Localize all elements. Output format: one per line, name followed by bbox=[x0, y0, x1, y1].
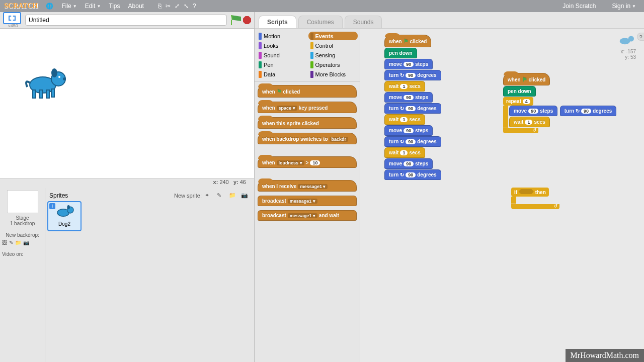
tips-menu[interactable]: Tips bbox=[109, 3, 120, 10]
block-palette: Motion Events Looks Control Sound Sensin… bbox=[255, 29, 360, 362]
sprite-info-icon[interactable]: i bbox=[49, 203, 55, 209]
palette-broadcast[interactable]: broadcast message1 ▾ bbox=[258, 196, 357, 206]
fullscreen-button[interactable] bbox=[3, 12, 21, 24]
svg-point-11 bbox=[67, 205, 69, 209]
editor-tabs: Scripts Costumes Sounds bbox=[255, 12, 644, 28]
cat-control[interactable]: Control bbox=[308, 41, 358, 50]
watermark: MrHowardMath.com bbox=[566, 349, 644, 362]
svg-point-3 bbox=[63, 77, 66, 80]
palette-broadcast-wait[interactable]: broadcast message1 ▾ and wait bbox=[258, 210, 357, 221]
script-stack-3[interactable]: if then bbox=[511, 188, 559, 209]
block-turn[interactable]: turn ↻ 90 degrees bbox=[384, 103, 441, 114]
join-link[interactable]: Join Scratch bbox=[562, 3, 596, 10]
script-stack-1[interactable]: when ⚑ clicked pen down move 90 steps tu… bbox=[384, 35, 441, 180]
version-label: v450 bbox=[8, 23, 18, 28]
block-if-foot[interactable] bbox=[511, 204, 559, 209]
block-repeat[interactable]: repeat 4 bbox=[503, 97, 533, 106]
sprite-tile-dog2[interactable]: i Dog2 bbox=[47, 201, 82, 231]
cat-events[interactable]: Events bbox=[308, 32, 358, 40]
palette-when-key-pressed[interactable]: when space ▾ key pressed bbox=[258, 102, 357, 113]
tab-scripts[interactable]: Scripts bbox=[259, 16, 296, 28]
script-stack-2[interactable]: when ⚑ clicked pen down repeat 4 move 90… bbox=[503, 73, 644, 133]
svg-rect-8 bbox=[51, 89, 54, 97]
cat-sensing[interactable]: Sensing bbox=[308, 51, 358, 59]
backdrop-upload-icon[interactable]: 📁 bbox=[15, 240, 21, 245]
stage-coords: x: 240 y: 46 bbox=[0, 179, 254, 188]
cat-looks[interactable]: Looks bbox=[257, 41, 306, 50]
signin-link[interactable]: Sign in▼ bbox=[612, 3, 636, 10]
stage[interactable] bbox=[0, 28, 254, 179]
block-wait[interactable]: wait 1 secs bbox=[384, 114, 425, 125]
new-backdrop-label: New backdrop: bbox=[2, 232, 43, 238]
block-move[interactable]: move 90 steps bbox=[384, 59, 433, 69]
script-canvas[interactable]: ? x: -157 y: 53 when ⚑ clicked pen down … bbox=[360, 29, 644, 362]
stage-panel: v450 x: 240 y: 4 bbox=[0, 12, 255, 362]
grow-icon[interactable]: ⤢ bbox=[175, 3, 180, 10]
svg-point-4 bbox=[58, 76, 60, 78]
sprite-dog2-onstage[interactable] bbox=[20, 64, 70, 102]
svg-point-13 bbox=[628, 36, 634, 41]
backdrop-paint-icon[interactable]: ✎ bbox=[9, 240, 13, 245]
sprite-info-corner: x: -157 y: 53 bbox=[616, 33, 636, 60]
block-wait[interactable]: wait 1 secs bbox=[384, 147, 425, 158]
palette-when-flag-clicked[interactable]: when ⚑ clicked bbox=[258, 85, 357, 98]
stage-thumbnail[interactable] bbox=[7, 190, 38, 213]
sprite-paint-icon[interactable]: ✎ bbox=[217, 192, 226, 199]
help-drawer-tab[interactable]: ? bbox=[637, 33, 644, 41]
block-pen-down[interactable]: pen down bbox=[503, 86, 536, 97]
stage-thumb-col: Stage 1 backdrop New backdrop: 🖼 ✎ 📁 📷 V… bbox=[0, 188, 45, 362]
backdrop-library-icon[interactable]: 🖼 bbox=[2, 240, 7, 245]
sprite-tile-label: Dog2 bbox=[48, 221, 80, 227]
delete-icon[interactable]: ✂ bbox=[166, 3, 171, 10]
shrink-icon[interactable]: ⤡ bbox=[184, 3, 189, 10]
palette-when-sprite-clicked[interactable]: when this sprite clicked bbox=[258, 117, 357, 129]
green-flag-button[interactable] bbox=[231, 15, 241, 25]
tab-sounds[interactable]: Sounds bbox=[345, 16, 382, 28]
sprite-camera-icon[interactable]: 📷 bbox=[241, 192, 250, 199]
block-move[interactable]: move 90 steps bbox=[384, 92, 433, 103]
cat-data[interactable]: Data bbox=[257, 70, 306, 78]
cat-pen[interactable]: Pen bbox=[257, 60, 306, 69]
svg-point-2 bbox=[51, 68, 57, 77]
stop-button[interactable] bbox=[243, 16, 251, 24]
block-when-flag[interactable]: when ⚑ clicked bbox=[503, 73, 550, 85]
block-repeat-foot[interactable] bbox=[503, 128, 538, 133]
block-turn[interactable]: turn ↻ 90 degrees bbox=[384, 169, 441, 180]
block-turn[interactable]: turn ↻ 90 degrees bbox=[384, 70, 441, 80]
block-wait[interactable]: wait 1 secs bbox=[384, 81, 425, 92]
about-menu[interactable]: About bbox=[128, 3, 144, 10]
sprite-library-icon[interactable]: ✦ bbox=[205, 192, 214, 199]
cat-operators[interactable]: Operators bbox=[308, 60, 358, 69]
svg-rect-6 bbox=[39, 90, 42, 98]
block-if-then[interactable]: if then bbox=[511, 188, 549, 197]
block-wait[interactable]: wait 1 secs bbox=[509, 117, 550, 127]
palette-when-backdrop-switches[interactable]: when backdrop switches to backdr bbox=[258, 133, 357, 144]
scratch-logo[interactable]: SCRATCH bbox=[4, 2, 38, 10]
duplicate-icon[interactable]: ⎘ bbox=[158, 3, 162, 10]
video-on-label: Video on: bbox=[2, 251, 43, 257]
project-title-input[interactable] bbox=[25, 15, 227, 26]
palette-when-loudness[interactable]: when loudness ▾ > 10 bbox=[258, 156, 357, 168]
svg-rect-5 bbox=[33, 90, 36, 98]
globe-icon[interactable]: 🌐 bbox=[46, 3, 53, 10]
cat-more[interactable]: More Blocks bbox=[308, 70, 358, 78]
block-move[interactable]: move 90 steps bbox=[384, 158, 433, 169]
block-move[interactable]: move 90 steps bbox=[509, 106, 557, 116]
help-icon[interactable]: ? bbox=[193, 3, 196, 10]
sprites-header: Sprites bbox=[49, 192, 68, 199]
backdrop-camera-icon[interactable]: 📷 bbox=[23, 240, 29, 245]
tab-costumes[interactable]: Costumes bbox=[298, 16, 343, 28]
block-turn[interactable]: turn ↻ 90 degrees bbox=[560, 106, 617, 116]
block-categories: Motion Events Looks Control Sound Sensin… bbox=[255, 29, 360, 81]
cat-motion[interactable]: Motion bbox=[257, 32, 306, 40]
file-menu[interactable]: File▼ bbox=[61, 3, 76, 10]
stage-label: Stage bbox=[2, 215, 43, 221]
block-when-flag[interactable]: when ⚑ clicked bbox=[384, 35, 431, 47]
block-turn[interactable]: turn ↻ 90 degrees bbox=[384, 136, 441, 147]
edit-menu[interactable]: Edit▼ bbox=[85, 3, 101, 10]
sprite-upload-icon[interactable]: 📁 bbox=[229, 192, 238, 199]
cat-sound[interactable]: Sound bbox=[257, 51, 306, 59]
block-pen-down[interactable]: pen down bbox=[384, 48, 417, 58]
block-move[interactable]: move 90 steps bbox=[384, 125, 433, 136]
palette-when-receive[interactable]: when I receive message1 ▾ bbox=[258, 180, 357, 192]
